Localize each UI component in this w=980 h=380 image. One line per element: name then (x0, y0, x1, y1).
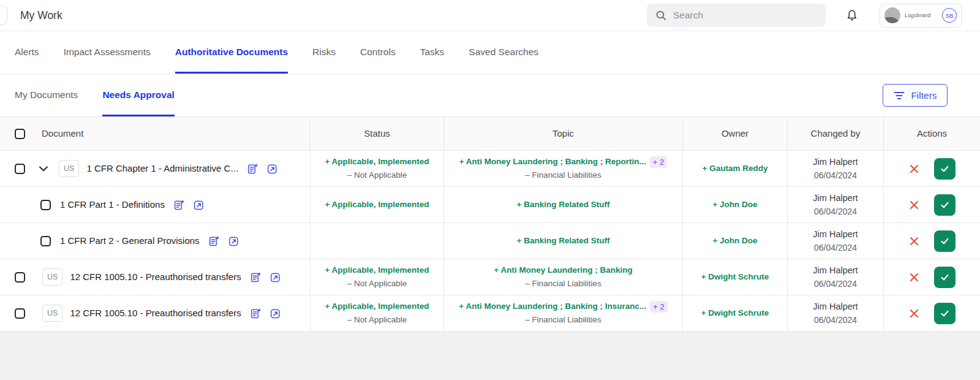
assessment-note-icon[interactable] (247, 163, 258, 175)
check-icon (940, 164, 950, 174)
row-checkbox[interactable] (15, 164, 25, 174)
status-added: + Applicable, Implemented (325, 198, 429, 211)
topic-count-badge[interactable]: + 2 (650, 156, 667, 168)
row-checkbox[interactable] (15, 272, 25, 283)
changed-by-name: Jim Halpert (813, 155, 858, 169)
open-external-icon[interactable] (266, 163, 278, 175)
assessment-note-icon[interactable] (250, 308, 262, 319)
tab-alerts[interactable]: Alerts (15, 31, 39, 74)
topic-removed: – Financial Liabilities (525, 169, 601, 182)
subtab-my-documents[interactable]: My Documents (15, 74, 78, 116)
owner: + John Doe (712, 234, 757, 248)
changed-date: 06/04/2024 (814, 169, 857, 182)
check-icon (940, 200, 950, 210)
changed-by-name: Jim Halpert (813, 264, 858, 277)
page-title: My Work (20, 9, 62, 22)
owner: + Gautam Reddy (703, 162, 768, 175)
region-badge: US (42, 305, 62, 322)
document-title[interactable]: 12 CFR 1005.10 - Preauthorised transfers (70, 270, 241, 284)
topic-count-badge[interactable]: + 2 (650, 301, 667, 313)
owner: + John Doe (712, 198, 757, 211)
table-row: 1 CFR Part 2 - General Provisions (0, 223, 980, 259)
table-header-row: Document Status Topic Owner Changed by A… (0, 116, 980, 151)
document-title[interactable]: 1 CFR Chapter 1 - Administrative C... (86, 162, 238, 175)
open-external-icon[interactable] (270, 272, 281, 283)
status-added: + Applicable, Implemented (325, 264, 429, 277)
tab-authoritative-documents[interactable]: Authoritative Documents (175, 31, 288, 74)
search-input[interactable] (673, 10, 817, 21)
topic-added: + Anti Money Laundering ; Banking ; Repo… (459, 155, 646, 169)
filter-icon (893, 91, 905, 100)
tab-impact-assessments[interactable]: Impact Assessments (64, 31, 151, 74)
tab-controls[interactable]: Controls (360, 31, 396, 74)
reject-icon[interactable] (909, 164, 919, 174)
approve-button[interactable] (934, 230, 956, 252)
subtab-needs-approval[interactable]: Needs Approval (102, 74, 174, 116)
main-tab-bar: Alerts Impact Assessments Authoritative … (0, 31, 980, 74)
document-title[interactable]: 1 CFR Part 1 - Definitions (60, 198, 165, 211)
chevron-down-icon[interactable] (39, 166, 48, 172)
row-checkbox[interactable] (40, 236, 51, 246)
status-removed: – Not Applicable (347, 169, 407, 182)
open-external-icon[interactable] (228, 235, 239, 247)
topic-added: + Anti Money Laundering ; Banking ; Insu… (459, 300, 646, 313)
status-removed: – Not Applicable (347, 277, 407, 291)
changed-by-name: Jim Halpert (813, 191, 858, 205)
avatar (884, 7, 900, 23)
column-header-owner: Owner (683, 117, 788, 150)
tab-tasks[interactable]: Tasks (420, 31, 445, 74)
reject-icon[interactable] (909, 308, 919, 319)
column-header-changed-by: Changed by (788, 117, 884, 150)
user-account-card[interactable]: Logobrand SB (880, 4, 962, 28)
changed-date: 06/04/2024 (814, 277, 857, 291)
document-title[interactable]: 12 CFR 1005.10 - Preauthorised transfers (70, 306, 241, 320)
check-icon (940, 308, 950, 319)
changed-by-name: Jim Halpert (813, 300, 858, 313)
filters-button[interactable]: Filters (883, 84, 948, 107)
row-checkbox[interactable] (15, 308, 25, 319)
select-all-checkbox[interactable] (15, 129, 25, 139)
reject-icon[interactable] (909, 236, 919, 246)
table-row: US 12 CFR 1005.10 - Preauthorised transf… (0, 259, 980, 295)
region-badge: US (42, 268, 62, 286)
topic-added: + Banking Related Stuff (517, 234, 610, 248)
owner: + Dwight Schrute (701, 306, 769, 320)
column-header-status: Status (311, 117, 444, 150)
filters-button-label: Filters (911, 90, 937, 101)
documents-table: Document Status Topic Owner Changed by A… (0, 116, 980, 332)
search-box[interactable] (647, 4, 826, 27)
assessment-note-icon[interactable] (208, 235, 220, 247)
back-button-partial[interactable] (0, 6, 7, 25)
column-header-topic: Topic (444, 117, 683, 150)
notifications-bell-icon[interactable] (845, 9, 859, 22)
approve-button[interactable] (934, 194, 956, 216)
document-title[interactable]: 1 CFR Part 2 - General Provisions (60, 234, 200, 248)
status-added: + Applicable, Implemented (325, 300, 429, 313)
open-external-icon[interactable] (193, 199, 205, 211)
sub-tab-bar: My Documents Needs Approval Filters (0, 74, 980, 116)
check-icon (940, 236, 950, 246)
column-header-actions: Actions (884, 117, 980, 150)
assessment-note-icon[interactable] (173, 199, 185, 211)
reject-icon[interactable] (909, 200, 919, 210)
approve-button[interactable] (934, 267, 956, 288)
row-checkbox[interactable] (40, 200, 51, 210)
user-initials-badge[interactable]: SB (942, 8, 957, 23)
top-bar: My Work Logobrand SB (0, 0, 980, 31)
brand-label: Logobrand (905, 12, 938, 18)
approve-button[interactable] (934, 158, 956, 180)
approve-button[interactable] (934, 303, 956, 324)
open-external-icon[interactable] (270, 308, 281, 319)
changed-by-name: Jim Halpert (813, 227, 858, 241)
reject-icon[interactable] (909, 272, 919, 283)
table-row: US 12 CFR 1005.10 - Preauthorised transf… (0, 295, 980, 332)
tab-saved-searches[interactable]: Saved Searches (469, 31, 538, 74)
status-removed: – Not Applicable (347, 313, 407, 327)
check-icon (940, 272, 950, 283)
table-row: 1 CFR Part 1 - Definitions (0, 187, 980, 223)
changed-date: 06/04/2024 (814, 205, 857, 218)
tab-risks[interactable]: Risks (312, 31, 336, 74)
region-badge: US (59, 160, 79, 177)
assessment-note-icon[interactable] (250, 272, 262, 283)
table-row: US 1 CFR Chapter 1 - Administrative C... (0, 151, 980, 187)
